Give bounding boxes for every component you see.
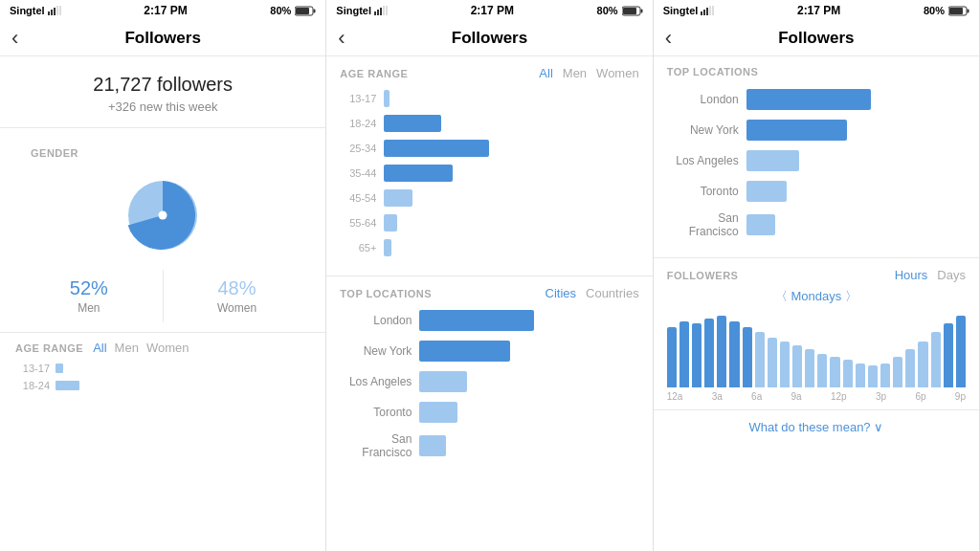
battery-icon-1 <box>295 6 316 16</box>
p3-city-row-4: San Francisco <box>667 211 966 238</box>
age-filter-women-mini[interactable]: Women <box>146 341 189 355</box>
time-tab-hours[interactable]: Hours <box>895 268 928 282</box>
p3-city-bar-1 <box>746 120 847 141</box>
age-tab-women-2[interactable]: Women <box>596 66 639 80</box>
svg-rect-13 <box>383 6 385 15</box>
age-bars-2: 13-17 18-24 25-34 35-44 45-54 55-64 <box>326 86 652 276</box>
p3-city-bar-0 <box>746 89 871 110</box>
hour-bar-5 <box>729 321 739 387</box>
age-label-5: 55-64 <box>340 217 376 229</box>
top-locations-header-2: TOP LOCATIONS Cities Countries <box>326 276 652 306</box>
page-title-2: Followers <box>452 29 527 48</box>
age-range-header-2: AGE RANGE All Men Women <box>326 56 652 86</box>
city-bar-3 <box>419 402 457 423</box>
men-label: Men <box>15 301 163 315</box>
battery-icon-3 <box>948 6 969 16</box>
carrier-label-3: Singtel <box>663 5 699 16</box>
mini-bar-row-0: 13-17 <box>15 363 310 374</box>
top-loc-title-2: TOP LOCATIONS <box>340 288 545 299</box>
age-label-2: 25-34 <box>340 143 376 154</box>
city-bar-0 <box>419 310 534 331</box>
svg-rect-18 <box>701 11 702 15</box>
svg-rect-10 <box>374 11 376 15</box>
time-tab-days[interactable]: Days <box>937 268 966 282</box>
status-bar-2: Singtel 2:17 PM 80% <box>326 0 652 21</box>
city-bar-1 <box>419 341 510 362</box>
panel3-content: TOP LOCATIONS London New York Los Angele… <box>654 56 979 551</box>
battery-icon-2 <box>622 6 643 16</box>
age-tab-all-2[interactable]: All <box>539 66 552 80</box>
age-filter-men-mini[interactable]: Men <box>115 341 139 355</box>
battery-label-3: 80% <box>924 5 945 16</box>
hour-label-3a: 3a <box>712 391 723 402</box>
time-tabs: Hours Days <box>895 268 966 282</box>
top-cities-container-3: London New York Los Angeles Toronto San … <box>654 87 979 258</box>
hour-bar-8 <box>768 338 777 387</box>
age-bar-0 <box>384 90 390 107</box>
back-button-3[interactable]: ‹ <box>665 28 672 49</box>
p3-city-row-1: New York <box>667 120 966 141</box>
status-left-3: Singtel <box>663 5 715 16</box>
nav-header-2: ‹ Followers <box>326 21 652 56</box>
age-bar-5 <box>384 214 397 231</box>
p3-city-label-2: Los Angeles <box>667 154 739 167</box>
city-bars-2: London New York Los Angeles Toronto San … <box>326 306 652 478</box>
day-name: Mondays <box>791 289 841 303</box>
hour-bar-16 <box>868 365 878 387</box>
city-label-4: San Francisco <box>340 432 412 459</box>
age-range-title-2: AGE RANGE <box>340 68 539 79</box>
p3-city-label-3: Toronto <box>667 185 739 198</box>
what-mean-link[interactable]: What do these mean? ∨ <box>654 409 979 444</box>
age-bar-row-5: 55-64 <box>340 214 638 231</box>
hour-bar-4 <box>717 316 726 387</box>
panel2-content: AGE RANGE All Men Women 13-17 18-24 25-3… <box>326 56 652 551</box>
followers-new: +326 new this week <box>15 99 310 114</box>
panel-3: Singtel 2:17 PM 80% ‹ Followers <box>654 0 980 551</box>
loc-tab-countries-2[interactable]: Countries <box>586 286 639 300</box>
age-bar-2 <box>384 140 489 157</box>
svg-point-9 <box>159 211 167 220</box>
hour-bar-2 <box>692 323 702 387</box>
svg-rect-16 <box>640 9 642 12</box>
status-left-2: Singtel <box>336 5 388 16</box>
gender-stat-men: 52% Men <box>15 270 164 322</box>
hour-labels: 12a 3a 6a 9a 12p 3p 6p 9p <box>654 387 979 402</box>
chevron-left-icon[interactable]: 〈 <box>775 289 788 303</box>
gender-pie-chart <box>120 172 206 258</box>
hour-label-12a: 12a <box>667 391 683 402</box>
p3-city-bar-2 <box>746 150 799 171</box>
age-tab-men-2[interactable]: Men <box>563 66 587 80</box>
p3-city-row-2: Los Angeles <box>667 150 966 171</box>
gender-label: GENDER <box>15 136 310 165</box>
p3-city-row-3: Toronto <box>667 181 966 202</box>
hour-bar-18 <box>893 357 902 387</box>
chevron-right-icon[interactable]: 〉 <box>845 289 858 303</box>
pie-container <box>15 172 310 258</box>
svg-rect-20 <box>706 8 708 15</box>
hour-bar-10 <box>792 345 802 387</box>
back-button-2[interactable]: ‹ <box>338 28 345 49</box>
p3-city-label-0: London <box>667 93 739 106</box>
status-bar-1: Singtel 2:17 PM 80% <box>0 0 325 21</box>
p3-city-label-4: San Francisco <box>667 211 739 238</box>
hour-bar-12 <box>817 354 827 387</box>
women-label: Women <box>164 301 311 315</box>
city-bar-2 <box>419 371 467 392</box>
age-label-3: 35-44 <box>340 167 376 179</box>
age-bar-4 <box>384 189 412 207</box>
age-bar-row-6: 65+ <box>340 239 638 256</box>
followers-count: 21,727 followers <box>15 74 310 96</box>
age-label-4: 45-54 <box>340 192 376 204</box>
time-2: 2:17 PM <box>471 4 514 17</box>
status-left-1: Singtel <box>10 5 61 16</box>
hour-bar-11 <box>805 349 814 387</box>
carrier-label-2: Singtel <box>336 5 371 16</box>
p3-city-row-0: London <box>667 89 966 110</box>
svg-rect-2 <box>54 8 56 15</box>
hour-bar-7 <box>755 332 765 387</box>
loc-tab-cities-2[interactable]: Cities <box>546 286 577 300</box>
followers-act-title: FOLLOWERS <box>667 270 895 281</box>
age-filter-all-mini[interactable]: All <box>93 341 106 355</box>
back-button-1[interactable]: ‹ <box>11 28 18 49</box>
city-label-1: New York <box>340 344 412 358</box>
